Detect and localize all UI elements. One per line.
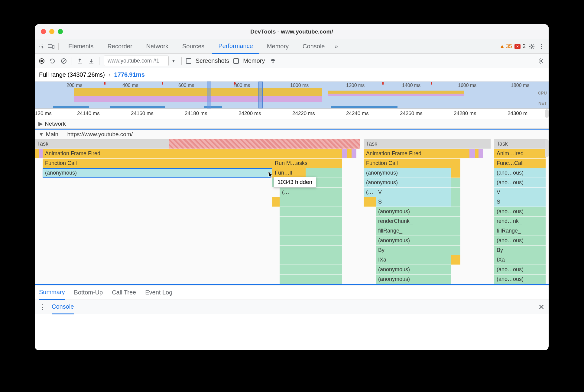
flame-bar[interactable]: rend…nk_ bbox=[494, 217, 546, 226]
tab-memory[interactable]: Memory bbox=[261, 39, 295, 54]
flame-bar[interactable]: V bbox=[376, 188, 451, 197]
clear-icon[interactable] bbox=[60, 57, 67, 65]
capture-settings-icon[interactable] bbox=[537, 57, 544, 65]
flame-bar[interactable] bbox=[364, 197, 376, 207]
flame-bar[interactable] bbox=[342, 149, 347, 158]
flame-bar[interactable]: (anonymous) bbox=[376, 207, 451, 216]
drawer-tab-console[interactable]: Console bbox=[52, 300, 74, 314]
flame-bar[interactable] bbox=[451, 236, 460, 245]
flame-bar[interactable]: (anonymous) bbox=[376, 275, 451, 284]
more-tabs-icon[interactable]: » bbox=[333, 43, 340, 50]
tab-sources[interactable]: Sources bbox=[176, 39, 210, 54]
download-icon[interactable] bbox=[88, 57, 95, 65]
flame-bar[interactable]: (ano…ous) bbox=[494, 265, 546, 274]
tab-elements[interactable]: Elements bbox=[62, 39, 99, 54]
flame-bar[interactable] bbox=[469, 149, 475, 158]
scrollbar[interactable] bbox=[545, 109, 549, 118]
flame-bar[interactable] bbox=[272, 197, 280, 207]
flame-bar[interactable] bbox=[306, 188, 342, 197]
kebab-icon[interactable]: ⋮ bbox=[39, 304, 46, 311]
flame-bar[interactable]: Function Call bbox=[364, 159, 460, 168]
flame-bar[interactable] bbox=[451, 207, 460, 216]
[interactable]: renderChunk_ bbox=[376, 217, 451, 226]
flame-bar[interactable]: (ano…ous) bbox=[494, 168, 546, 178]
tab-network[interactable]: Network bbox=[140, 39, 174, 54]
recording-select[interactable]: www.youtube.com #1 bbox=[104, 56, 169, 66]
flame-bar[interactable] bbox=[479, 149, 483, 158]
flame-bar[interactable]: (anonymous) bbox=[364, 168, 451, 178]
flame-bar[interactable]: fillRange_ bbox=[376, 226, 451, 236]
expand-icon[interactable]: ▼ bbox=[38, 131, 44, 138]
flame-bar[interactable]: Task bbox=[494, 139, 546, 149]
chevron-down-icon[interactable]: ▾ bbox=[170, 57, 177, 65]
flame-bar[interactable] bbox=[451, 197, 460, 207]
flame-bar[interactable] bbox=[280, 207, 342, 216]
flame-bar[interactable]: Anim…ired bbox=[494, 149, 546, 158]
scrollbar[interactable] bbox=[545, 139, 549, 157]
screenshots-checkbox[interactable] bbox=[186, 58, 191, 64]
collapse-icon[interactable]: ▶ bbox=[38, 120, 43, 127]
flame-chart[interactable]: Task Task Task Animation Frame Fired Ani… bbox=[35, 139, 549, 284]
flame-bar[interactable] bbox=[451, 168, 460, 178]
flame-bar[interactable]: By bbox=[376, 246, 451, 255]
tab-summary[interactable]: Summary bbox=[39, 285, 65, 300]
flame-bar[interactable]: (… bbox=[280, 188, 306, 197]
flame-bar[interactable] bbox=[451, 246, 460, 255]
maximize-icon[interactable] bbox=[58, 29, 63, 34]
flame-bar[interactable] bbox=[451, 255, 460, 265]
tab-eventlog[interactable]: Event Log bbox=[145, 285, 172, 300]
flame-bar[interactable] bbox=[280, 197, 306, 207]
close-icon[interactable]: ✕ bbox=[538, 303, 544, 311]
flame-bar[interactable]: (ano…ous) bbox=[494, 207, 546, 216]
overview-panel[interactable]: 200 ms 400 ms 600 ms 800 ms 1000 ms 1200… bbox=[35, 82, 549, 109]
flame-bar[interactable] bbox=[306, 168, 342, 178]
flame-bar[interactable]: (anonymous) bbox=[364, 178, 451, 187]
tab-bottomup[interactable]: Bottom-Up bbox=[74, 285, 103, 300]
tab-recorder[interactable]: Recorder bbox=[101, 39, 138, 54]
flame-bar[interactable] bbox=[451, 217, 460, 226]
flame-bar[interactable]: V bbox=[494, 188, 546, 197]
memory-checkbox[interactable] bbox=[233, 58, 239, 64]
reload-icon[interactable] bbox=[49, 57, 56, 65]
breadcrumb-selected[interactable]: 1776.91ms bbox=[114, 71, 145, 78]
flame-bar-selected[interactable]: (anonymous)▾ bbox=[43, 168, 272, 178]
flame-bar[interactable]: Run M…asks bbox=[272, 159, 342, 168]
gc-icon[interactable] bbox=[269, 57, 277, 65]
flame-bar[interactable] bbox=[280, 236, 342, 245]
flame-bar[interactable]: IXa bbox=[376, 255, 451, 265]
flame-bar[interactable]: Fun…ll bbox=[272, 168, 306, 178]
warning-badge[interactable]: ▲ 35 bbox=[499, 43, 512, 50]
flame-bar[interactable]: S bbox=[376, 197, 451, 207]
flame-bar[interactable]: (ano…ous) bbox=[494, 178, 546, 187]
record-button[interactable] bbox=[39, 58, 44, 64]
device-icon[interactable] bbox=[47, 43, 55, 50]
error-badge[interactable]: ✕2 bbox=[514, 43, 526, 50]
inspect-icon[interactable] bbox=[38, 43, 46, 50]
flame-bar[interactable] bbox=[280, 255, 342, 265]
timeline-ruler[interactable]: 120 ms 24140 ms 24160 ms 24180 ms 24200 … bbox=[35, 109, 549, 119]
tab-calltree[interactable]: Call Tree bbox=[112, 285, 136, 300]
network-track[interactable]: ▶Network bbox=[35, 119, 549, 129]
kebab-icon[interactable]: ⋮ bbox=[538, 43, 545, 50]
flame-bar[interactable]: By bbox=[494, 246, 546, 255]
flame-bar[interactable] bbox=[451, 188, 460, 197]
flame-bar[interactable]: Function Call bbox=[43, 159, 272, 168]
flame-bar[interactable]: Animation Frame Fired bbox=[43, 149, 342, 158]
flame-bar[interactable]: (anonymous) bbox=[376, 265, 451, 274]
minimize-icon[interactable] bbox=[49, 29, 54, 34]
flame-bar[interactable]: Func…Call bbox=[494, 159, 546, 168]
breadcrumb-full[interactable]: Full range (34307.26ms) bbox=[39, 71, 105, 78]
flame-bar[interactable] bbox=[280, 217, 342, 226]
flame-bar[interactable] bbox=[280, 246, 342, 255]
main-track[interactable]: ▼Main — https://www.youtube.com/ bbox=[35, 130, 549, 139]
flame-bar[interactable]: Task bbox=[364, 139, 491, 149]
flame-bar[interactable]: (ano…ous) bbox=[494, 236, 546, 245]
flame-bar[interactable]: (… bbox=[364, 188, 376, 197]
flame-bar[interactable]: (anonymous) bbox=[376, 236, 451, 245]
upload-icon[interactable] bbox=[76, 57, 83, 65]
flame-bar[interactable]: (ano…ous) bbox=[494, 275, 546, 284]
flame-bar[interactable] bbox=[280, 226, 342, 236]
tab-performance[interactable]: Performance bbox=[212, 39, 259, 54]
flame-bar[interactable]: IXa bbox=[494, 255, 546, 265]
flame-bar[interactable] bbox=[451, 226, 460, 236]
